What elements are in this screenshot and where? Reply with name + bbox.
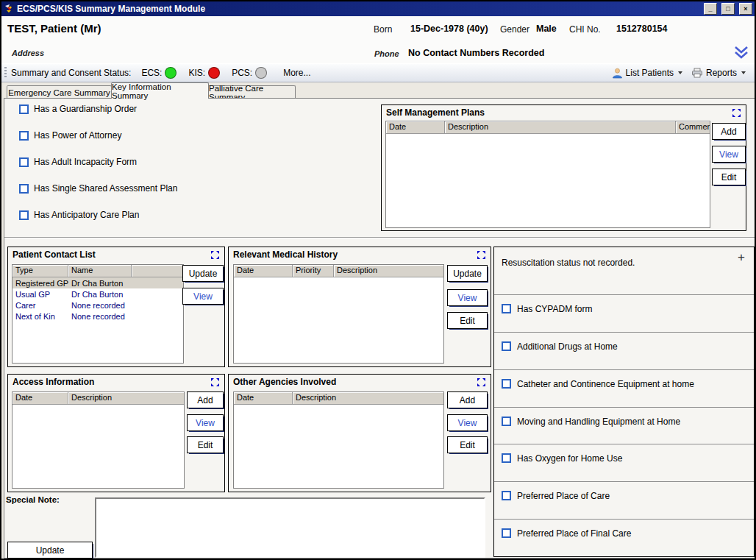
add-button[interactable]: Add [447,391,488,408]
panel-title: Relevant Medical History [233,249,338,260]
table-row[interactable]: Carer None recorded [13,300,183,311]
column-date[interactable]: Date [234,265,293,277]
flag-oxygen-for-home-use[interactable]: Has Oxygen for Home Use [494,444,754,481]
checkbox[interactable] [19,157,29,167]
column-type[interactable]: Type [13,265,68,277]
tab-key-information-summary[interactable]: Key Information Summary [111,82,209,99]
view-button[interactable]: View [712,146,746,163]
toolbar-grip[interactable] [4,67,7,79]
checkbox[interactable] [502,491,511,500]
expand-icon[interactable] [732,108,741,118]
table-body[interactable] [234,405,443,488]
tab-emergency-care-summary[interactable]: Emergency Care Summary [7,85,112,99]
button-label: Update [453,269,482,279]
table-body[interactable] [386,134,710,227]
access-information-table[interactable]: Date Description [12,391,185,489]
flag-single-shared-assessment-plan[interactable]: Has Single Shared Assessment Plan [19,183,177,194]
checkbox[interactable] [19,131,29,141]
column-date[interactable]: Date [234,392,293,404]
table-body[interactable] [13,405,184,488]
column-comments[interactable]: Comments [676,121,710,133]
patient-contact-table[interactable]: Type Name Registered GP Dr Cha Burton Us… [12,264,184,364]
column-description[interactable]: Description [445,121,676,133]
flag-preferred-place-of-care[interactable]: Preferred Place of Care [494,481,754,519]
expand-icon[interactable] [210,378,220,387]
tab-palliative-care-summary[interactable]: Palliative Care Summary [208,85,296,99]
add-resuscitation-button[interactable]: + [738,250,745,265]
gender-value: Male [536,24,557,34]
view-button[interactable]: View [447,289,488,306]
special-note-textarea[interactable] [95,497,485,558]
table-row[interactable]: Usual GP Dr Cha Burton [13,288,183,300]
button-label: Edit [460,316,475,326]
table-body[interactable] [234,277,443,363]
flag-cypadm-form[interactable]: Has CYPADM form [494,294,754,332]
reports-button[interactable]: Reports [687,66,750,79]
edit-button[interactable]: Edit [712,169,746,185]
column-date[interactable]: Date [386,121,445,133]
add-button[interactable]: Add [187,391,224,408]
checkbox[interactable] [19,184,29,194]
button-label: Update [36,545,65,556]
special-note-label: Special Note: [6,495,60,504]
column-priority[interactable]: Priority [293,265,334,277]
column-description[interactable]: Description [68,392,184,404]
button-label: View [196,418,215,428]
flag-preferred-place-of-final-care[interactable]: Preferred Place of Final Care [494,519,754,556]
special-note-update-button[interactable]: Update [7,542,93,559]
checkbox[interactable] [19,104,29,114]
more-link[interactable]: More... [283,68,310,78]
printer-icon [691,68,703,78]
column-blank[interactable] [132,265,183,277]
column-date[interactable]: Date [13,392,68,404]
flag-catheter-continence-equipment[interactable]: Catheter and Continence Equipment at hom… [494,369,754,407]
flag-anticipatory-care-plan[interactable]: Has Anticipatory Care Plan [19,210,139,220]
checkbox[interactable] [19,210,29,220]
app-icon [4,4,14,14]
column-description[interactable]: Description [293,392,443,404]
view-button[interactable]: View [447,414,488,431]
view-button[interactable]: View [187,414,224,431]
maximize-button[interactable]: □ [721,3,735,15]
button-label: View [193,291,213,302]
expand-icon[interactable] [477,250,486,260]
born-value: 15-Dec-1978 (40y) [410,24,488,34]
table-row[interactable]: Next of Kin None recorded [13,311,183,322]
close-button[interactable]: × [739,3,752,15]
checkbox[interactable] [502,417,511,426]
medical-history-table[interactable]: Date Priority Description [233,264,444,364]
edit-button[interactable]: Edit [447,436,488,453]
table-row[interactable]: Registered GP Dr Cha Burton [13,277,183,288]
panel-title: Access Information [13,377,94,387]
flag-additional-drugs-at-home[interactable]: Additional Drugs at Home [494,332,754,369]
view-button[interactable]: View [182,288,224,305]
checkbox[interactable] [502,341,511,351]
flag-power-of-attorney[interactable]: Has Power of Attorney [19,130,121,141]
expand-icon[interactable] [210,250,220,260]
checkbox[interactable] [502,453,511,463]
pcs-status-dot [255,67,267,79]
chevron-double-down-icon[interactable] [733,46,749,60]
ecs-status-dot [165,67,176,79]
checkbox[interactable] [502,304,511,313]
edit-button[interactable]: Edit [447,312,488,329]
other-agencies-table[interactable]: Date Description [233,391,444,489]
expand-icon[interactable] [477,378,486,387]
button-label: Add [721,127,736,137]
list-patients-button[interactable]: List Patients [607,66,687,80]
update-button[interactable]: Update [447,265,488,282]
flag-moving-handling-equipment[interactable]: Moving and Handling Equipment at Home [494,407,754,444]
column-description[interactable]: Description [334,265,443,277]
flag-label: Has CYPADM form [517,304,592,314]
add-button[interactable]: Add [712,123,746,140]
minimize-button[interactable]: _ [704,3,717,15]
update-button[interactable]: Update [182,265,224,282]
edit-button[interactable]: Edit [187,436,224,453]
column-name[interactable]: Name [68,265,132,277]
self-management-plans-table[interactable]: Date Description Comments [385,121,710,228]
flag-guardianship-order[interactable]: Has a Guardianship Order [19,104,137,114]
flag-adult-incapacity-form[interactable]: Has Adult Incapacity Form [19,157,137,167]
checkbox[interactable] [502,379,511,389]
checkbox[interactable] [502,528,511,538]
button-label: Update [189,269,218,279]
